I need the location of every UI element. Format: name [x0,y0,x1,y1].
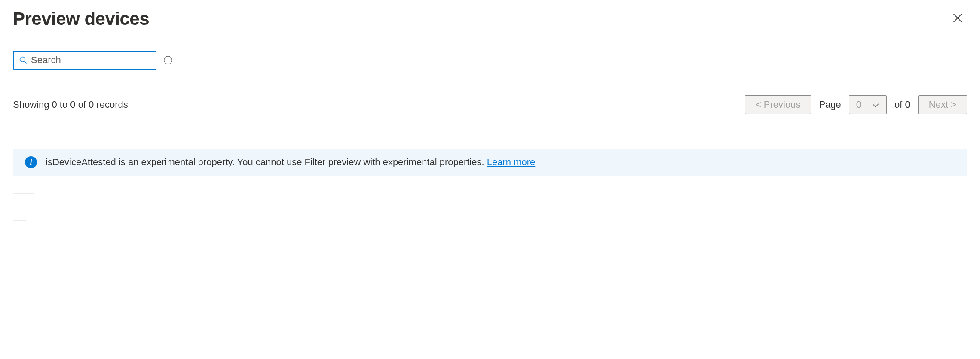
divider [13,220,26,221]
previous-button[interactable]: < Previous [745,95,812,114]
next-button[interactable]: Next > [918,95,967,114]
page-title: Preview devices [13,9,149,29]
svg-line-3 [24,61,27,64]
page-label: Page [819,99,841,110]
page-select-value: 0 [856,99,861,110]
close-button[interactable] [948,9,967,29]
search-input[interactable] [31,55,150,66]
info-icon[interactable] [163,55,173,65]
search-icon [19,56,28,64]
records-count: Showing 0 to 0 of 0 records [13,99,128,110]
info-banner: i isDeviceAttested is an experimental pr… [13,149,967,176]
page-select[interactable]: 0 [849,95,887,114]
svg-point-2 [20,57,25,62]
page-of-label: of 0 [894,99,910,110]
divider [13,193,34,194]
search-box[interactable] [13,51,156,70]
close-icon [952,12,964,25]
chevron-down-icon [872,99,879,110]
pagination: < Previous Page 0 of 0 Next > [745,95,967,114]
svg-point-6 [168,58,168,58]
learn-more-link[interactable]: Learn more [487,157,536,167]
info-badge-icon: i [25,156,37,168]
banner-message: isDeviceAttested is an experimental prop… [46,157,535,168]
